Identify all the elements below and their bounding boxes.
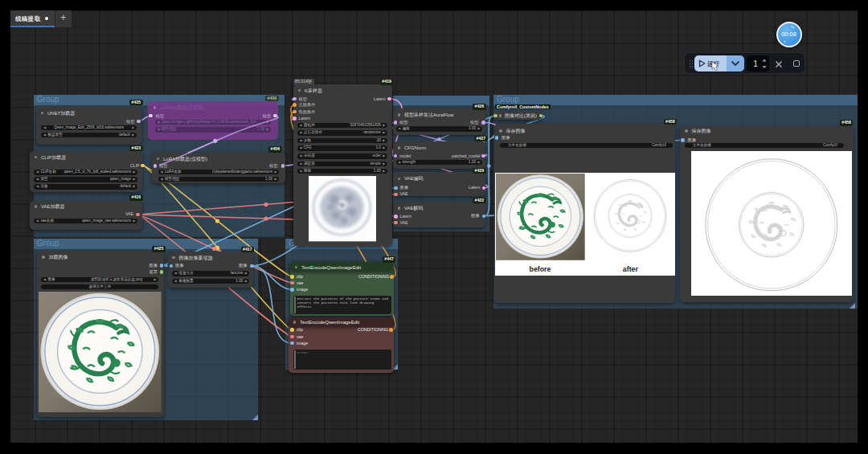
svg-text:1: 1 <box>753 59 758 68</box>
svg-text:00:08: 00:08 <box>781 31 796 38</box>
